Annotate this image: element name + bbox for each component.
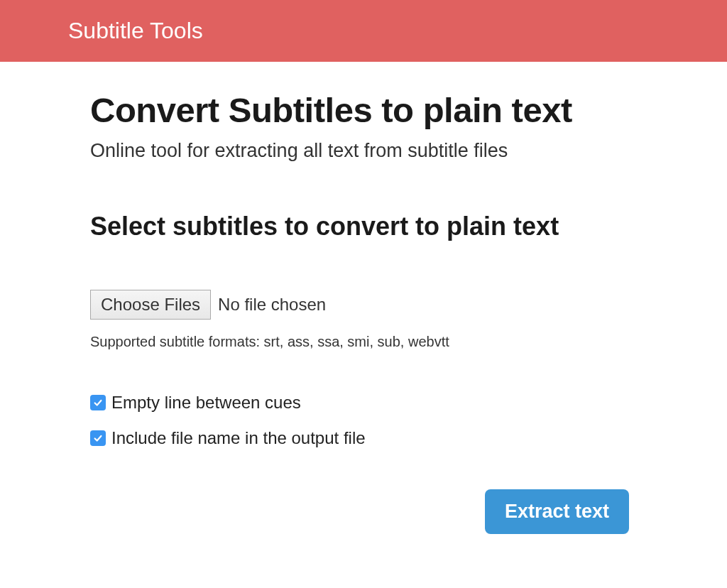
supported-formats-text: Supported subtitle formats: srt, ass, ss… (90, 334, 659, 350)
extract-text-button[interactable]: Extract text (485, 489, 629, 534)
file-status-text: No file chosen (218, 295, 326, 315)
checkbox-empty-line-label: Empty line between cues (111, 393, 301, 413)
checkbox-include-filename-label: Include file name in the output file (111, 428, 366, 448)
page-subtitle: Online tool for extracting all text from… (90, 140, 659, 162)
page-title: Convert Subtitles to plain text (90, 90, 659, 130)
checkmark-icon (93, 398, 103, 408)
section-title: Select subtitles to convert to plain tex… (90, 212, 659, 241)
site-header: Subtitle Tools (0, 0, 727, 62)
submit-row: Extract text (90, 489, 659, 534)
choose-files-button[interactable]: Choose Files (90, 290, 211, 320)
file-input-row: Choose Files No file chosen (90, 290, 659, 320)
checkbox-empty-line[interactable] (90, 395, 106, 410)
checkbox-empty-line-row: Empty line between cues (90, 393, 659, 413)
checkbox-include-filename-row: Include file name in the output file (90, 428, 659, 448)
main-content: Convert Subtitles to plain text Online t… (0, 62, 727, 534)
site-title[interactable]: Subtitle Tools (68, 18, 203, 44)
checkbox-include-filename[interactable] (90, 430, 106, 446)
checkmark-icon (93, 433, 103, 443)
